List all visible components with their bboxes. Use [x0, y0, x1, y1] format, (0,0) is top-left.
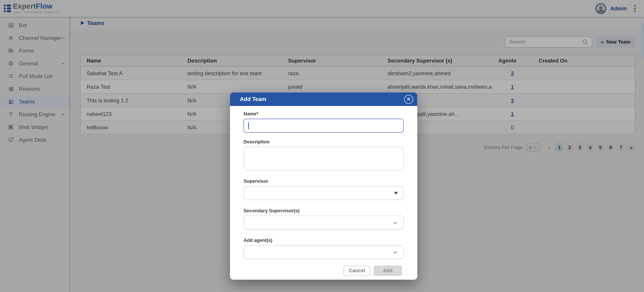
team-description-textarea[interactable] — [244, 146, 404, 170]
close-button[interactable]: ✕ — [404, 95, 413, 104]
add-button[interactable]: Add — [374, 266, 402, 276]
add-agents-select[interactable] — [244, 245, 404, 259]
close-icon: ✕ — [406, 96, 411, 102]
modal-title: Add Team — [240, 96, 266, 102]
modal-header: Add Team ✕ — [230, 92, 417, 106]
modal-footer: Cancel Add — [230, 266, 417, 280]
supervisor-field-label: Supervisor — [244, 179, 404, 184]
add-team-modal: Add Team ✕ Name* Description Supervisor — [230, 92, 417, 280]
vertical-scrollbar-thumb[interactable] — [641, 22, 644, 58]
secondary-supervisor-field-label: Secondary Supervisor(s) — [244, 208, 404, 213]
name-field-label: Name* — [244, 111, 404, 116]
chevron-down-icon — [393, 220, 398, 225]
add-agents-field-label: Add agent(s) — [244, 238, 404, 243]
supervisor-select[interactable] — [244, 186, 404, 200]
cancel-button[interactable]: Cancel — [343, 266, 370, 276]
secondary-supervisor-select[interactable] — [244, 216, 404, 230]
text-cursor — [248, 122, 249, 129]
chevron-down-icon — [393, 250, 398, 255]
dropdown-arrow-icon — [394, 192, 398, 194]
screen: ExpertFlow your callcenter experts Admin… — [0, 0, 644, 292]
description-field-label: Description — [244, 139, 404, 144]
team-name-input[interactable] — [244, 119, 404, 133]
